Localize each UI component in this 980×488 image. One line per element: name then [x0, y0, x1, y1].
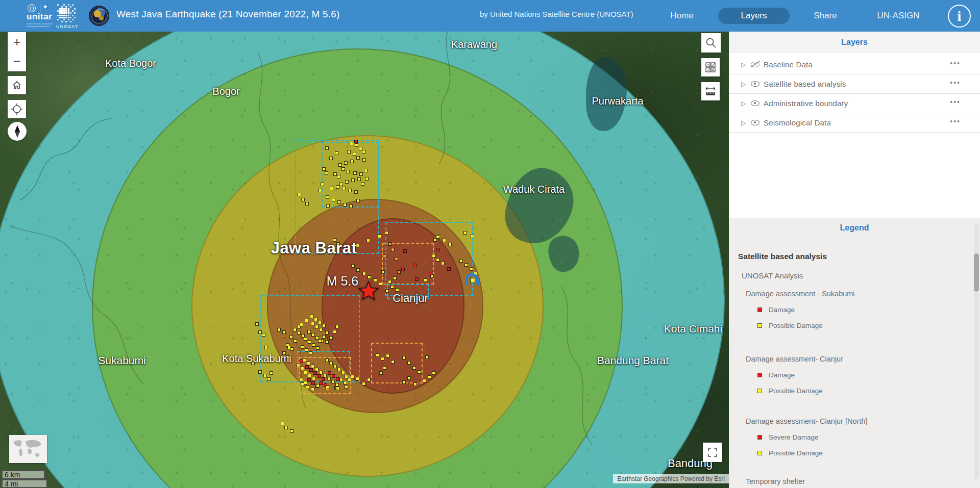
- damage-point: [396, 288, 399, 292]
- damage-point: [309, 351, 312, 355]
- map-label: Cianjur: [393, 292, 428, 305]
- damage-point: [329, 362, 333, 365]
- damage-point: [307, 378, 311, 382]
- damage-point: [323, 374, 327, 377]
- damage-point: [336, 377, 339, 381]
- damage-point: [343, 203, 347, 207]
- expand-arrow-icon[interactable]: ▷: [741, 119, 746, 126]
- damage-point: [325, 146, 329, 150]
- damage-point: [321, 183, 324, 186]
- damage-point: [423, 379, 426, 382]
- measure-button[interactable]: [701, 82, 720, 100]
- damage-point: [317, 374, 321, 378]
- damage-point: [322, 377, 325, 381]
- damage-point: [311, 322, 314, 325]
- overview-map[interactable]: [9, 435, 47, 463]
- expand-arrow-icon[interactable]: ▷: [741, 100, 746, 107]
- layer-row-satellite-based-analysis[interactable]: ▷ Satellite based analysis •••: [729, 74, 980, 94]
- damage-point: [319, 371, 323, 374]
- damage-point: [281, 422, 284, 425]
- damage-point: [320, 381, 323, 385]
- damage-point: [349, 204, 353, 208]
- eye-icon[interactable]: [750, 118, 761, 127]
- zoom-in-button[interactable]: +: [8, 32, 26, 52]
- map-canvas[interactable]: KarawangKota BogorBogorPurwakartaWaduk C…: [0, 32, 729, 488]
- damage-point: [402, 380, 406, 384]
- damage-point: [339, 378, 343, 381]
- options-icon[interactable]: •••: [950, 59, 961, 67]
- search-button[interactable]: [701, 33, 721, 53]
- damage-point: [301, 367, 304, 370]
- layer-row-baseline-data[interactable]: ▷ Baseline Data •••: [729, 55, 980, 74]
- zoom-out-button[interactable]: −: [8, 52, 26, 71]
- damage-point: [362, 272, 366, 275]
- blue-point-marker[interactable]: [465, 273, 479, 286]
- damage-point: [315, 325, 318, 328]
- damage-point: [362, 382, 365, 386]
- damage-point: [356, 377, 359, 380]
- damage-point: [336, 387, 339, 390]
- damage-point: [345, 385, 348, 389]
- epicenter-star-icon: [358, 281, 379, 300]
- basemap-gallery-icon: [705, 62, 716, 72]
- nav-layers[interactable]: Layers: [718, 8, 790, 24]
- basemap-gallery-button[interactable]: [701, 58, 720, 76]
- eye-icon[interactable]: [750, 80, 761, 89]
- damage-point: [315, 368, 318, 371]
- nav-home[interactable]: Home: [664, 0, 700, 32]
- expand-arrow-icon[interactable]: ▷: [741, 81, 746, 88]
- scrollbar-thumb[interactable]: [974, 253, 979, 292]
- damage-point: [301, 334, 305, 338]
- damage-point: [305, 202, 309, 206]
- eye-icon[interactable]: [750, 99, 761, 108]
- info-button[interactable]: i: [948, 5, 971, 28]
- side-panel: Layers ▷ Baseline Data ••• ▷ Satellite b…: [729, 32, 980, 488]
- layer-row-administrative-boundary[interactable]: ▷ Administrative boundary •••: [729, 94, 980, 113]
- nav-share[interactable]: Share: [806, 0, 844, 32]
- legend-swatch: [757, 451, 762, 455]
- attribution: Earthstar Geographics Powered by Esri: [613, 474, 729, 483]
- damage-point: [391, 248, 395, 251]
- damage-point: [337, 175, 340, 178]
- damage-point: [448, 243, 452, 246]
- legend-item-label: Damage: [769, 306, 795, 314]
- layer-row-seismological-data[interactable]: ▷ Seismological Data •••: [729, 113, 980, 133]
- damage-point: [325, 358, 329, 362]
- home-button[interactable]: [8, 76, 26, 94]
- damage-point: [258, 330, 262, 334]
- damage-point: [313, 371, 317, 375]
- damage-point: [436, 258, 439, 262]
- damage-point: [347, 150, 351, 153]
- damage-point: [341, 167, 345, 171]
- damage-point: [381, 270, 385, 274]
- compass-button[interactable]: [8, 122, 27, 141]
- damage-point: [264, 346, 268, 349]
- eye-slash-icon[interactable]: [750, 60, 761, 69]
- damage-point: [318, 321, 322, 324]
- damage-point: [306, 386, 309, 389]
- damage-point: [353, 171, 357, 175]
- legend-item-label: Possible Damage: [769, 449, 823, 457]
- locate-button[interactable]: [8, 100, 26, 118]
- damage-point: [282, 330, 286, 334]
- options-icon[interactable]: •••: [950, 98, 961, 106]
- legend-swatch: [757, 373, 762, 377]
- legend-group-title: Damage assessment- Cianjur: [746, 355, 843, 363]
- nav-unasign[interactable]: UN-ASIGN: [874, 0, 923, 32]
- damage-point: [322, 167, 326, 171]
- options-icon[interactable]: •••: [950, 117, 961, 125]
- damage-point: [350, 142, 353, 145]
- damage-point: [413, 382, 417, 386]
- damage-point: [362, 150, 365, 153]
- zoom-controls: + −: [8, 32, 26, 71]
- layers-panel-title: Layers: [729, 32, 980, 53]
- options-icon[interactable]: •••: [950, 79, 961, 87]
- fullscreen-button[interactable]: [703, 443, 722, 462]
- damage-point: [331, 380, 335, 383]
- expand-arrow-icon[interactable]: ▷: [741, 61, 746, 68]
- damage-point: [298, 193, 301, 196]
- damage-point: [329, 157, 333, 160]
- legend-item-label: Possible Damage: [769, 387, 823, 395]
- damage-point: [350, 160, 354, 163]
- damage-point: [432, 254, 435, 258]
